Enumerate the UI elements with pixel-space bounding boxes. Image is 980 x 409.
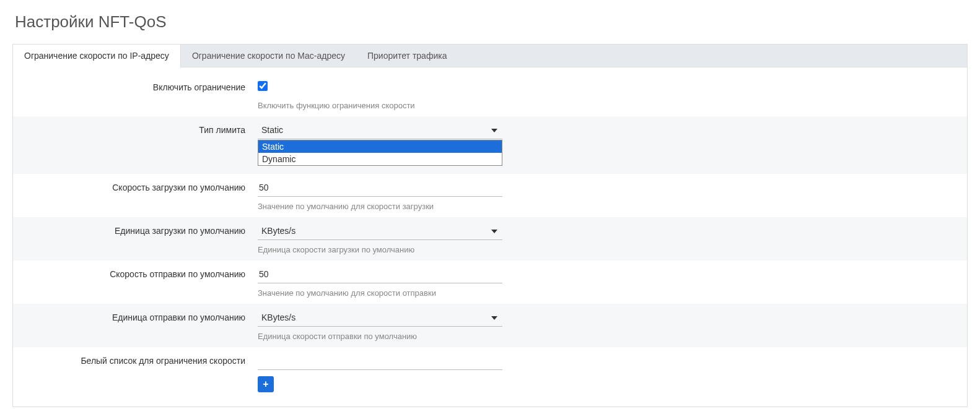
option-dynamic[interactable]: Dynamic [258,153,502,165]
option-static[interactable]: Static [258,140,502,153]
row-download-unit: Единица загрузки по умолчанию KBytes/s [13,217,967,245]
row-upload-speed: Скорость отправки по умолчанию [13,260,967,288]
limit-type-dropdown: Static Dynamic [258,140,502,166]
row-enable-limit: Включить ограничение [13,74,967,101]
row-download-speed: Скорость загрузки по умолчанию [13,174,967,202]
label-download-speed: Скорость загрузки по умолчанию [13,179,258,196]
row-whitelist: Белый список для ограничения скорости + [13,347,967,397]
add-whitelist-button[interactable]: + [258,376,274,392]
upload-speed-input[interactable] [258,265,502,283]
help-download-speed: Значение по умолчанию для скорости загру… [13,202,967,217]
help-download-unit: Единица скорости загрузки по умолчанию [13,245,967,260]
download-speed-input[interactable] [258,179,502,197]
form-body: Включить ограничение Включить функцию ог… [13,67,967,407]
enable-checkbox[interactable] [258,81,268,91]
label-whitelist: Белый список для ограничения скорости [13,352,258,369]
row-limit-type: Тип лимита Static Static Dynamic [13,116,967,174]
help-upload-speed: Значение по умолчанию для скорости отпра… [13,288,967,304]
label-upload-unit: Единица отправки по умолчанию [13,309,258,326]
row-upload-unit: Единица отправки по умолчанию KBytes/s [13,304,967,332]
tab-ip-limit[interactable]: Ограничение скорости по IP-адресу [13,45,181,67]
limit-type-select[interactable]: Static [258,121,502,139]
page-title: Настройки NFT-QoS [12,12,968,32]
tab-traffic-priority[interactable]: Приоритет трафика [356,45,458,67]
tabs: Ограничение скорости по IP-адресу Ограни… [13,45,967,67]
help-enable: Включить функцию ограничения скорости [13,101,967,116]
help-upload-unit: Единица скорости отправки по умолчанию [13,332,967,347]
whitelist-input[interactable] [258,352,502,370]
download-unit-select[interactable]: KBytes/s [258,222,502,240]
tab-mac-limit[interactable]: Ограничение скорости по Mac-адресу [181,45,356,67]
label-upload-speed: Скорость отправки по умолчанию [13,265,258,283]
label-enable: Включить ограничение [13,79,258,96]
settings-panel: Ограничение скорости по IP-адресу Ограни… [12,44,968,407]
upload-unit-select[interactable]: KBytes/s [258,309,502,327]
label-limit-type: Тип лимита [13,121,258,139]
label-download-unit: Единица загрузки по умолчанию [13,222,258,239]
